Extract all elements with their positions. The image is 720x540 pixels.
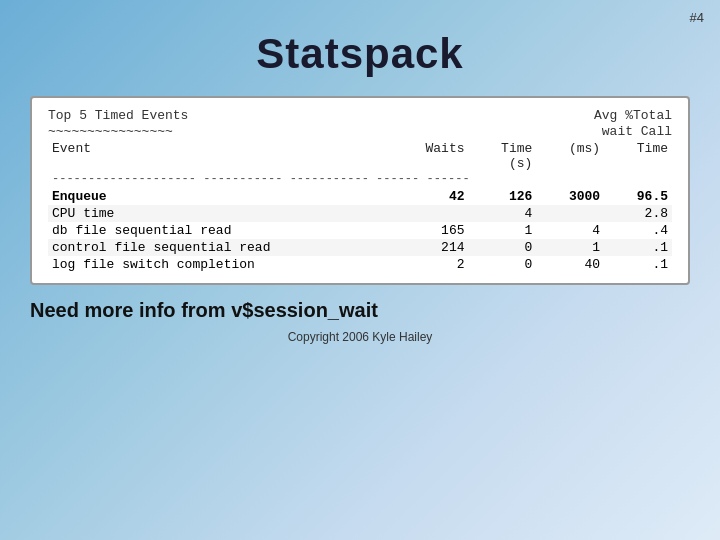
col-event-header: Event <box>48 140 401 172</box>
table-cell: 214 <box>401 239 469 256</box>
table-cell: 126 <box>469 188 537 205</box>
table-header-row1: Top 5 Timed Events Avg %Total <box>48 108 672 123</box>
table-cell: 165 <box>401 222 469 239</box>
table-cell: .1 <box>604 239 672 256</box>
table-cell: 0 <box>469 239 537 256</box>
table-row: control file sequential read21401.1 <box>48 239 672 256</box>
table-cell: 40 <box>536 256 604 273</box>
divider-line: -------------------- ----------- -------… <box>48 172 672 188</box>
table-cell: Enqueue <box>48 188 401 205</box>
table-cell: control file sequential read <box>48 239 401 256</box>
table-row: Enqueue42126300096.5 <box>48 188 672 205</box>
table-cell: log file switch completion <box>48 256 401 273</box>
footer-note: Need more info from v$session_wait <box>30 299 690 322</box>
table-cell <box>536 205 604 222</box>
header-right-avg: Avg %Total <box>594 108 672 123</box>
copyright: Copyright 2006 Kyle Hailey <box>0 330 720 344</box>
table-row: db file sequential read16514.4 <box>48 222 672 239</box>
table-cell: 4 <box>469 205 537 222</box>
table-cell: .4 <box>604 222 672 239</box>
tilde-text: ~~~~~~~~~~~~~~~~ <box>48 124 173 139</box>
table-cell: 2 <box>401 256 469 273</box>
slide-number: #4 <box>690 10 704 25</box>
col-time-header: Time (s) <box>469 140 537 172</box>
header-right-wait: wait Call <box>602 124 672 139</box>
col-header-row: Event Waits Time (s) (ms) Time <box>48 140 672 172</box>
table-cell: db file sequential read <box>48 222 401 239</box>
col-ms-header: (ms) <box>536 140 604 172</box>
table-cell: 0 <box>469 256 537 273</box>
table-cell: CPU time <box>48 205 401 222</box>
table-row: CPU time42.8 <box>48 205 672 222</box>
table-cell: 3000 <box>536 188 604 205</box>
col-waits-header: Waits <box>401 140 469 172</box>
events-table: Event Waits Time (s) (ms) Time ---------… <box>48 140 672 273</box>
table-cell: 4 <box>536 222 604 239</box>
table-cell: 2.8 <box>604 205 672 222</box>
header-left: Top 5 Timed Events <box>48 108 188 123</box>
page-title: Statspack <box>0 0 720 96</box>
table-cell: 1 <box>536 239 604 256</box>
table-cell <box>401 205 469 222</box>
table-cell: 42 <box>401 188 469 205</box>
table-cell: 1 <box>469 222 537 239</box>
table-row: log file switch completion2040.1 <box>48 256 672 273</box>
tilde-line: ~~~~~~~~~~~~~~~~ wait Call <box>48 124 672 139</box>
divider-row: -------------------- ----------- -------… <box>48 172 672 188</box>
table-cell: 96.5 <box>604 188 672 205</box>
table-cell: .1 <box>604 256 672 273</box>
col-pct-header: Time <box>604 140 672 172</box>
data-table-container: Top 5 Timed Events Avg %Total ~~~~~~~~~~… <box>30 96 690 285</box>
